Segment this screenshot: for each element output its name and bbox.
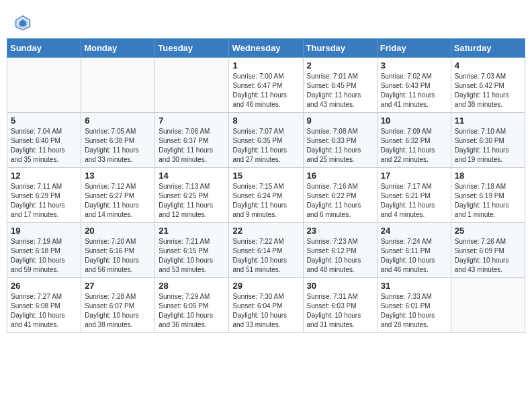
calendar-cell: 5Sunrise: 7:04 AM Sunset: 6:40 PM Daylig… bbox=[7, 113, 81, 168]
calendar-cell: 2Sunrise: 7:01 AM Sunset: 6:45 PM Daylig… bbox=[303, 58, 377, 113]
day-number: 22 bbox=[232, 226, 299, 236]
logo bbox=[13, 13, 35, 32]
day-number: 8 bbox=[232, 116, 299, 126]
day-number: 24 bbox=[381, 226, 447, 236]
calendar-cell: 3Sunrise: 7:02 AM Sunset: 6:43 PM Daylig… bbox=[377, 58, 451, 113]
day-number: 15 bbox=[232, 171, 299, 181]
calendar-cell: 19Sunrise: 7:19 AM Sunset: 6:18 PM Dayli… bbox=[7, 223, 81, 278]
day-info: Sunrise: 7:29 AM Sunset: 6:05 PM Dayligh… bbox=[159, 292, 225, 330]
day-info: Sunrise: 7:04 AM Sunset: 6:40 PM Dayligh… bbox=[11, 127, 77, 165]
day-number: 9 bbox=[307, 116, 373, 126]
day-info: Sunrise: 7:18 AM Sunset: 6:19 PM Dayligh… bbox=[455, 182, 521, 220]
day-number: 23 bbox=[307, 226, 373, 236]
calendar-cell: 12Sunrise: 7:11 AM Sunset: 6:29 PM Dayli… bbox=[7, 168, 81, 223]
day-number: 3 bbox=[381, 60, 447, 71]
day-info: Sunrise: 7:19 AM Sunset: 6:18 PM Dayligh… bbox=[11, 237, 77, 275]
day-number: 27 bbox=[85, 281, 151, 291]
day-number: 28 bbox=[159, 281, 225, 291]
calendar-cell: 10Sunrise: 7:09 AM Sunset: 6:32 PM Dayli… bbox=[377, 113, 451, 168]
day-number: 6 bbox=[85, 116, 151, 126]
day-number: 4 bbox=[455, 60, 521, 71]
day-number: 12 bbox=[11, 171, 77, 181]
day-info: Sunrise: 7:23 AM Sunset: 6:12 PM Dayligh… bbox=[307, 237, 373, 275]
calendar-cell: 30Sunrise: 7:31 AM Sunset: 6:03 PM Dayli… bbox=[303, 278, 377, 333]
day-number: 5 bbox=[11, 116, 77, 126]
weekday-header-sunday: Sunday bbox=[7, 39, 81, 58]
calendar-cell: 29Sunrise: 7:30 AM Sunset: 6:04 PM Dayli… bbox=[229, 278, 303, 333]
day-number: 25 bbox=[455, 226, 521, 236]
calendar-cell: 8Sunrise: 7:07 AM Sunset: 6:35 PM Daylig… bbox=[229, 113, 303, 168]
day-info: Sunrise: 7:07 AM Sunset: 6:35 PM Dayligh… bbox=[232, 127, 299, 165]
calendar-cell: 13Sunrise: 7:12 AM Sunset: 6:27 PM Dayli… bbox=[81, 168, 155, 223]
day-number: 21 bbox=[159, 226, 225, 236]
logo-icon bbox=[13, 13, 32, 32]
day-info: Sunrise: 7:10 AM Sunset: 6:30 PM Dayligh… bbox=[455, 127, 521, 165]
weekday-header-row: SundayMondayTuesdayWednesdayThursdayFrid… bbox=[7, 39, 525, 58]
calendar-week-row: 26Sunrise: 7:27 AM Sunset: 6:08 PM Dayli… bbox=[7, 278, 525, 333]
day-info: Sunrise: 7:08 AM Sunset: 6:33 PM Dayligh… bbox=[307, 127, 373, 165]
day-info: Sunrise: 7:21 AM Sunset: 6:15 PM Dayligh… bbox=[159, 237, 225, 275]
calendar-cell bbox=[155, 58, 229, 113]
calendar-cell: 16Sunrise: 7:16 AM Sunset: 6:22 PM Dayli… bbox=[303, 168, 377, 223]
calendar-cell bbox=[81, 58, 155, 113]
day-number: 30 bbox=[307, 281, 373, 291]
day-number: 31 bbox=[381, 281, 447, 291]
day-info: Sunrise: 7:02 AM Sunset: 6:43 PM Dayligh… bbox=[381, 72, 447, 109]
day-info: Sunrise: 7:13 AM Sunset: 6:25 PM Dayligh… bbox=[159, 182, 225, 220]
calendar-cell: 31Sunrise: 7:33 AM Sunset: 6:01 PM Dayli… bbox=[377, 278, 451, 333]
day-info: Sunrise: 7:22 AM Sunset: 6:14 PM Dayligh… bbox=[232, 237, 299, 275]
day-info: Sunrise: 7:20 AM Sunset: 6:16 PM Dayligh… bbox=[85, 237, 151, 275]
day-number: 29 bbox=[232, 281, 299, 291]
calendar-cell: 9Sunrise: 7:08 AM Sunset: 6:33 PM Daylig… bbox=[303, 113, 377, 168]
calendar-cell bbox=[451, 278, 525, 333]
weekday-header-wednesday: Wednesday bbox=[229, 39, 303, 58]
day-number: 10 bbox=[381, 116, 447, 126]
day-number: 7 bbox=[159, 116, 225, 126]
calendar-week-row: 19Sunrise: 7:19 AM Sunset: 6:18 PM Dayli… bbox=[7, 223, 525, 278]
day-number: 18 bbox=[455, 171, 521, 181]
day-info: Sunrise: 7:06 AM Sunset: 6:37 PM Dayligh… bbox=[159, 127, 225, 165]
weekday-header-monday: Monday bbox=[81, 39, 155, 58]
calendar-cell bbox=[7, 58, 81, 113]
day-number: 17 bbox=[381, 171, 447, 181]
calendar-cell: 4Sunrise: 7:03 AM Sunset: 6:42 PM Daylig… bbox=[451, 58, 525, 113]
weekday-header-thursday: Thursday bbox=[303, 39, 377, 58]
day-number: 13 bbox=[85, 171, 151, 181]
calendar-cell: 26Sunrise: 7:27 AM Sunset: 6:08 PM Dayli… bbox=[7, 278, 81, 333]
day-info: Sunrise: 7:28 AM Sunset: 6:07 PM Dayligh… bbox=[85, 292, 151, 330]
weekday-header-tuesday: Tuesday bbox=[155, 39, 229, 58]
calendar-cell: 25Sunrise: 7:26 AM Sunset: 6:09 PM Dayli… bbox=[451, 223, 525, 278]
day-number: 16 bbox=[307, 171, 373, 181]
weekday-header-friday: Friday bbox=[377, 39, 451, 58]
day-number: 11 bbox=[455, 116, 521, 126]
day-info: Sunrise: 7:27 AM Sunset: 6:08 PM Dayligh… bbox=[11, 292, 77, 330]
day-number: 26 bbox=[11, 281, 77, 291]
day-info: Sunrise: 7:31 AM Sunset: 6:03 PM Dayligh… bbox=[307, 292, 373, 330]
day-info: Sunrise: 7:03 AM Sunset: 6:42 PM Dayligh… bbox=[455, 72, 521, 109]
calendar-cell: 17Sunrise: 7:17 AM Sunset: 6:21 PM Dayli… bbox=[377, 168, 451, 223]
day-info: Sunrise: 7:24 AM Sunset: 6:11 PM Dayligh… bbox=[381, 237, 447, 275]
day-info: Sunrise: 7:26 AM Sunset: 6:09 PM Dayligh… bbox=[455, 237, 521, 275]
calendar-cell: 20Sunrise: 7:20 AM Sunset: 6:16 PM Dayli… bbox=[81, 223, 155, 278]
calendar-cell: 24Sunrise: 7:24 AM Sunset: 6:11 PM Dayli… bbox=[377, 223, 451, 278]
day-info: Sunrise: 7:12 AM Sunset: 6:27 PM Dayligh… bbox=[85, 182, 151, 220]
calendar-table: SundayMondayTuesdayWednesdayThursdayFrid… bbox=[7, 38, 525, 333]
calendar-cell: 14Sunrise: 7:13 AM Sunset: 6:25 PM Dayli… bbox=[155, 168, 229, 223]
weekday-header-saturday: Saturday bbox=[451, 39, 525, 58]
calendar-cell: 18Sunrise: 7:18 AM Sunset: 6:19 PM Dayli… bbox=[451, 168, 525, 223]
day-info: Sunrise: 7:11 AM Sunset: 6:29 PM Dayligh… bbox=[11, 182, 77, 220]
calendar-cell: 11Sunrise: 7:10 AM Sunset: 6:30 PM Dayli… bbox=[451, 113, 525, 168]
day-info: Sunrise: 7:15 AM Sunset: 6:24 PM Dayligh… bbox=[232, 182, 299, 220]
calendar-cell: 23Sunrise: 7:23 AM Sunset: 6:12 PM Dayli… bbox=[303, 223, 377, 278]
day-info: Sunrise: 7:09 AM Sunset: 6:32 PM Dayligh… bbox=[381, 127, 447, 165]
calendar-cell: 15Sunrise: 7:15 AM Sunset: 6:24 PM Dayli… bbox=[229, 168, 303, 223]
calendar-cell: 1Sunrise: 7:00 AM Sunset: 6:47 PM Daylig… bbox=[229, 58, 303, 113]
day-info: Sunrise: 7:16 AM Sunset: 6:22 PM Dayligh… bbox=[307, 182, 373, 220]
day-info: Sunrise: 7:00 AM Sunset: 6:47 PM Dayligh… bbox=[232, 72, 299, 109]
day-number: 1 bbox=[232, 60, 299, 71]
day-number: 14 bbox=[159, 171, 225, 181]
calendar-cell: 28Sunrise: 7:29 AM Sunset: 6:05 PM Dayli… bbox=[155, 278, 229, 333]
page-header bbox=[7, 7, 525, 36]
calendar-cell: 21Sunrise: 7:21 AM Sunset: 6:15 PM Dayli… bbox=[155, 223, 229, 278]
day-number: 20 bbox=[85, 226, 151, 236]
